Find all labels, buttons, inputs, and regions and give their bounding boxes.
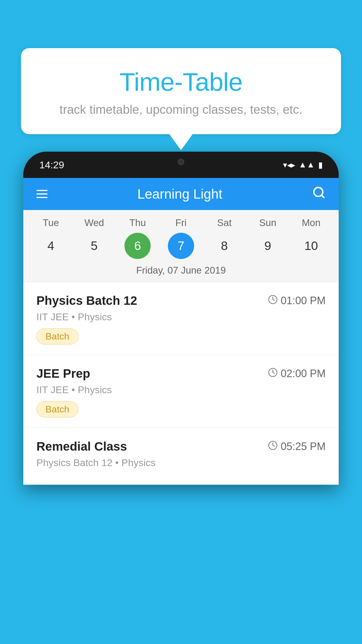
day-numbers: 4 5 6 7 8 9 10 — [23, 233, 339, 259]
day-8[interactable]: 8 — [211, 233, 238, 259]
schedule-item-3[interactable]: Remedial Class 05:25 PM Physics Batch — [23, 428, 339, 485]
schedule-item-2-header: JEE Prep 02:00 PM — [36, 367, 326, 381]
schedule-item-1-header: Physics Batch 12 01:00 PM — [36, 294, 326, 308]
phone-frame: 14:29 ▾◂▸ ▲▲ ▮ Learning Light — [23, 152, 339, 485]
day-header-fri: Fri — [164, 217, 198, 228]
speech-bubble-title: Time-Table — [38, 67, 324, 97]
wifi-icon: ▾◂▸ — [283, 160, 295, 170]
calendar-strip: Tue Wed Thu Fri Sat Sun Mon 4 5 6 7 8 9 … — [23, 210, 339, 282]
schedule-item-2-batch-badge: Batch — [36, 401, 78, 417]
clock-icon-1 — [268, 295, 278, 307]
day-header-sun: Sun — [250, 217, 285, 228]
speech-bubble-container: Time-Table track timetable, upcoming cla… — [21, 48, 341, 150]
hamburger-menu-icon[interactable] — [36, 190, 48, 198]
schedule-item-3-header: Remedial Class 05:25 PM — [36, 440, 326, 454]
schedule-item-2-title: JEE Prep — [36, 367, 90, 381]
signal-icon: ▲▲ — [299, 160, 315, 169]
app-title: Learning Light — [137, 186, 222, 202]
schedule-item-1-time: 01:00 PM — [268, 295, 326, 307]
app-bar: Learning Light — [23, 178, 339, 210]
schedule-item-1-title: Physics Batch 12 — [36, 294, 137, 308]
day-10[interactable]: 10 — [298, 233, 324, 259]
battery-icon: ▮ — [318, 160, 323, 170]
schedule-item-1-subtitle: IIT JEE • Physics — [36, 311, 326, 323]
schedule-list: Physics Batch 12 01:00 PM IIT JEE • P — [23, 282, 339, 485]
svg-line-1 — [321, 195, 324, 197]
day-7-selected[interactable]: 7 — [168, 233, 194, 259]
schedule-item-2[interactable]: JEE Prep 02:00 PM IIT JEE • Physics — [23, 355, 339, 428]
selected-date-label: Friday, 07 June 2019 — [23, 265, 339, 282]
clock-icon-3 — [268, 440, 278, 453]
schedule-item-3-time: 05:25 PM — [268, 440, 326, 453]
camera-dot — [178, 159, 184, 165]
phone-container: 14:29 ▾◂▸ ▲▲ ▮ Learning Light — [23, 152, 339, 644]
clock-icon-2 — [268, 368, 278, 380]
day-header-thu: Thu — [120, 217, 155, 228]
day-4[interactable]: 4 — [38, 233, 64, 259]
schedule-item-3-subtitle: Physics Batch 12 • Physics — [36, 457, 326, 468]
schedule-item-1-time-text: 01:00 PM — [281, 295, 326, 307]
schedule-item-3-time-text: 05:25 PM — [281, 440, 326, 453]
schedule-item-2-time: 02:00 PM — [268, 368, 326, 380]
phone-status-bar: 14:29 ▾◂▸ ▲▲ ▮ — [23, 152, 339, 178]
phone-status-icons: ▾◂▸ ▲▲ ▮ — [283, 160, 323, 170]
schedule-item-2-time-text: 02:00 PM — [281, 368, 326, 380]
speech-bubble: Time-Table track timetable, upcoming cla… — [21, 48, 341, 134]
schedule-item-1-batch-badge: Batch — [36, 328, 78, 344]
day-header-tue: Tue — [33, 217, 68, 228]
schedule-item-1[interactable]: Physics Batch 12 01:00 PM IIT JEE • P — [23, 282, 339, 355]
speech-bubble-pointer — [169, 134, 193, 150]
search-button[interactable] — [312, 186, 326, 202]
day-header-wed: Wed — [77, 217, 112, 228]
day-9[interactable]: 9 — [255, 233, 281, 259]
phone-screen: Tue Wed Thu Fri Sat Sun Mon 4 5 6 7 8 9 … — [23, 210, 339, 485]
day-header-mon: Mon — [294, 217, 328, 228]
day-headers: Tue Wed Thu Fri Sat Sun Mon — [23, 217, 339, 228]
phone-time: 14:29 — [39, 159, 64, 171]
day-6-today[interactable]: 6 — [124, 233, 151, 259]
day-5[interactable]: 5 — [81, 233, 107, 259]
schedule-item-3-title: Remedial Class — [36, 440, 127, 454]
schedule-item-2-subtitle: IIT JEE • Physics — [36, 384, 326, 396]
phone-notch — [158, 152, 204, 172]
speech-bubble-subtitle: track timetable, upcoming classes, tests… — [38, 103, 324, 117]
day-header-sat: Sat — [207, 217, 242, 228]
